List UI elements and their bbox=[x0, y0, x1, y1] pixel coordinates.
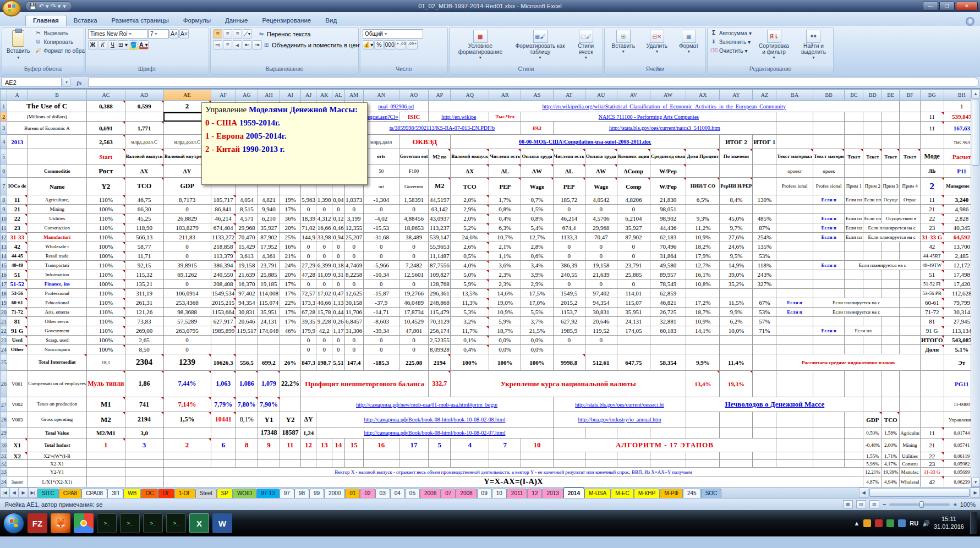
cell-AW29[interactable] bbox=[650, 428, 686, 439]
cell-BE27[interactable] bbox=[882, 397, 900, 412]
horizontal-scrollbar[interactable]: ◀ ▶ bbox=[859, 487, 980, 498]
cell-AV8[interactable]: 4,8206 bbox=[617, 195, 650, 205]
row-header-23[interactable]: 23 bbox=[1, 336, 7, 345]
row-header-29[interactable]: 29 bbox=[1, 428, 7, 439]
cell-AT23[interactable]: 0 bbox=[553, 336, 585, 345]
cell-AE27[interactable]: 7,14% bbox=[163, 397, 211, 412]
cell-BG19[interactable]: 60-61 bbox=[920, 298, 944, 308]
cell-AT12[interactable]: 1133,3 bbox=[553, 233, 585, 242]
cell-AS18[interactable]: 17,5% bbox=[521, 289, 553, 298]
cell-AE14[interactable]: 0 bbox=[163, 251, 211, 261]
cell-AW14[interactable]: 31,864 bbox=[650, 251, 686, 261]
cell-BA8[interactable] bbox=[776, 195, 813, 205]
cell-BC7[interactable]: Прим 1 bbox=[845, 178, 863, 195]
cell-A2[interactable]: (Millions of dollars) bbox=[7, 112, 87, 122]
cell-AD13[interactable]: 58,77 bbox=[125, 242, 163, 251]
cell-A16[interactable]: 51 bbox=[7, 270, 28, 280]
cell-BD11[interactable]: Если планируется на с bbox=[863, 223, 921, 233]
cell-B28[interactable]: Gross operating bbox=[28, 412, 87, 428]
cell-AH32[interactable] bbox=[258, 460, 280, 468]
cell-BG25[interactable] bbox=[920, 354, 944, 371]
cell-AH30[interactable]: 9 bbox=[258, 439, 280, 452]
cell-AZ32[interactable] bbox=[753, 460, 776, 468]
row-header-30[interactable]: 30 bbox=[1, 439, 7, 452]
cell-AQ21[interactable]: 3,2% bbox=[451, 317, 489, 326]
cell-AN17[interactable]: 0 bbox=[363, 280, 399, 289]
cell-AN25[interactable]: -185,3 bbox=[363, 354, 399, 371]
cell-AG31[interactable] bbox=[236, 452, 258, 460]
cell-AH22[interactable]: 174,048 bbox=[258, 326, 280, 336]
vertical-scrollbar[interactable]: ▲ ▼ bbox=[971, 89, 980, 487]
cell-AX31[interactable] bbox=[686, 452, 720, 460]
cell-BA29[interactable] bbox=[776, 428, 813, 439]
row-header-7[interactable]: 7 bbox=[1, 178, 7, 195]
cell-AX13[interactable]: 18,2% bbox=[686, 242, 720, 251]
cell-AE25[interactable]: 1239 bbox=[163, 354, 211, 371]
cell-AN2[interactable]: /regcst.asp?Cl= bbox=[363, 112, 399, 122]
cell-BC32[interactable] bbox=[845, 460, 863, 468]
cell-A26[interactable]: V001 bbox=[7, 371, 28, 397]
cell-AI22[interactable]: 46% bbox=[280, 326, 300, 336]
taskbar-terminal1-icon[interactable]: >_ bbox=[97, 513, 117, 533]
cell-AF9[interactable]: 86,841 bbox=[211, 205, 236, 214]
cell-AM25[interactable]: 147,4 bbox=[344, 354, 363, 371]
cell-AN23[interactable]: 0 bbox=[363, 336, 399, 345]
cell-BA6[interactable]: проект bbox=[776, 165, 813, 178]
cell-BC8[interactable]: Если пл bbox=[845, 195, 863, 205]
cell-AV14[interactable]: 0 bbox=[617, 251, 650, 261]
cell-AX8[interactable]: 6,5% bbox=[686, 195, 720, 205]
cell-AC23[interactable]: 100% bbox=[87, 336, 125, 345]
cell-AW10[interactable]: 98,902 bbox=[650, 214, 686, 223]
cell-AJ23[interactable]: 0 bbox=[300, 336, 316, 345]
cell-BF17[interactable] bbox=[900, 280, 921, 289]
cell-BG12[interactable]: 31-33 G bbox=[920, 233, 944, 242]
cell-AP32[interactable] bbox=[429, 460, 451, 468]
format-as-table-button[interactable]: ▦🖌 Форматировать как таблицу▾ bbox=[511, 29, 570, 61]
cell-AM8[interactable]: 1,0373 bbox=[344, 195, 363, 205]
clock[interactable]: 15:11 31.01.2016 bbox=[934, 516, 964, 531]
cell-AP31[interactable] bbox=[429, 452, 451, 460]
cell-B26[interactable]: Compensati on of employees bbox=[28, 371, 87, 397]
cell-B13[interactable]: Wholesale t bbox=[28, 242, 87, 251]
cell-AU8[interactable]: 4,0542 bbox=[585, 195, 617, 205]
cell-AJ15[interactable]: 27,29 bbox=[300, 261, 316, 270]
sheet-tab-07[interactable]: 07 bbox=[441, 489, 456, 498]
cell-BE22[interactable] bbox=[882, 326, 900, 336]
cell-AV29[interactable] bbox=[617, 428, 650, 439]
cell-A8[interactable]: 11 bbox=[7, 195, 28, 205]
cell-AJ29[interactable]: 1,24 bbox=[300, 428, 316, 439]
cell-AF17[interactable]: 208,408 bbox=[211, 280, 236, 289]
column-header-BD[interactable]: BD bbox=[863, 90, 882, 101]
cell-AC5[interactable]: Start bbox=[87, 149, 125, 165]
cell-BE2[interactable] bbox=[882, 112, 900, 122]
cell-AR5[interactable]: Численн ость bbox=[489, 149, 521, 165]
cell-AG8[interactable]: 4,054 bbox=[236, 195, 258, 205]
cell-AK10[interactable]: 4,312 bbox=[316, 214, 332, 223]
cell-AF25[interactable]: 10626,3 bbox=[211, 354, 236, 371]
cell-BC18[interactable] bbox=[845, 289, 863, 298]
cell-AL12[interactable]: 0,94 bbox=[332, 233, 344, 242]
cell-A21[interactable]: 81 bbox=[7, 317, 28, 326]
cell-BB26[interactable] bbox=[813, 371, 845, 397]
cell-BG1[interactable] bbox=[920, 101, 944, 112]
cell-AG30[interactable]: 8 bbox=[236, 439, 258, 452]
cell-BB8[interactable]: Если п bbox=[813, 195, 845, 205]
cell-BF23[interactable] bbox=[900, 336, 921, 345]
cell-AX7[interactable]: НИИ/Т СО bbox=[686, 178, 720, 195]
column-header-AS[interactable]: AS bbox=[521, 90, 553, 101]
cell-AN16[interactable]: -10,34 bbox=[363, 270, 399, 280]
cell-AT10[interactable]: 46,214 bbox=[553, 214, 585, 223]
cell-AK28[interactable]: http://самарина.рф/Book/book-08-html/boo… bbox=[316, 412, 553, 428]
cell-AU24[interactable] bbox=[585, 345, 617, 354]
cell-AV12[interactable]: 87,902 bbox=[617, 233, 650, 242]
cell-BB32[interactable] bbox=[813, 460, 845, 468]
cell-AH21[interactable]: 24,131 bbox=[258, 317, 280, 326]
cell-AQ16[interactable]: 5,0% bbox=[451, 270, 489, 280]
cell-BA26[interactable] bbox=[776, 371, 813, 397]
cell-AM21[interactable]: 6,8457 bbox=[344, 317, 363, 326]
decrease-indent-button[interactable]: ⇤ bbox=[243, 40, 252, 50]
cell-A27[interactable]: V002 bbox=[7, 397, 28, 412]
cell-AY21[interactable]: 6,2% bbox=[720, 317, 753, 326]
cell-AR17[interactable]: 2,3% bbox=[489, 280, 521, 289]
cell-AZ10[interactable]: 485% bbox=[753, 214, 776, 223]
